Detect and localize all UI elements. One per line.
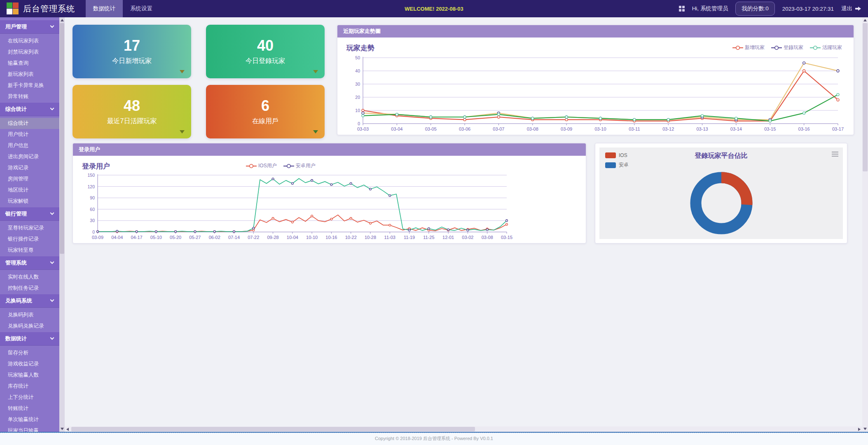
legend-item[interactable]: IOS用户: [246, 162, 277, 169]
legend-item[interactable]: 活躍玩家: [810, 44, 842, 51]
sidebar-item[interactable]: 控制任务记录: [0, 283, 59, 294]
sidebar-item[interactable]: 兑换码列表: [0, 309, 59, 321]
svg-text:03-13: 03-13: [697, 126, 708, 131]
sidebar-section-label: 兑换码系统: [5, 297, 32, 304]
sidebar-item[interactable]: 玩家当日输赢: [0, 425, 59, 432]
card-dropdown-caret-icon[interactable]: [180, 70, 185, 73]
vscroll-thumb[interactable]: [863, 23, 868, 171]
horizontal-scrollbar[interactable]: [65, 426, 862, 432]
sidebar-section-label: 银行管理: [5, 210, 27, 218]
login-legend: IOS用户安卓用户: [246, 162, 316, 169]
sidebar-item[interactable]: 玩家解锁: [0, 196, 59, 207]
card-dropdown-caret-icon[interactable]: [313, 130, 318, 134]
svg-text:09-28: 09-28: [267, 235, 279, 240]
vertical-scrollbar[interactable]: [862, 17, 868, 432]
stat-card: 40今日登錄玩家: [206, 25, 325, 78]
svg-text:0: 0: [358, 121, 360, 126]
copyright-text: Copyright © 2018-2019 后台管理系统 - Powered B…: [0, 433, 868, 444]
hscroll-thumb[interactable]: [71, 427, 475, 431]
sidebar-item[interactable]: 进出房间记录: [0, 151, 59, 162]
vscroll-down-icon[interactable]: [863, 428, 867, 430]
nav-item[interactable]: 系统设置: [123, 0, 160, 17]
sidebar-item[interactable]: 游戏记录: [0, 162, 59, 173]
vscroll-up-icon[interactable]: [863, 19, 867, 21]
sidebar-item[interactable]: 留存分析: [0, 347, 59, 358]
stat-card-value: 17: [124, 37, 140, 54]
platform-panel-body: IOS安卓 登錄玩家平台佔比: [599, 148, 843, 239]
hscroll-left-icon[interactable]: [66, 428, 69, 431]
sidebar-item[interactable]: 综合统计: [0, 118, 59, 129]
sidebar-item[interactable]: 转账统计: [0, 403, 59, 414]
login-chart-title: 登录用户: [82, 162, 579, 171]
svg-text:50: 50: [355, 55, 360, 60]
page-footer: Copyright © 2018-2019 后台管理系统 - Powered B…: [0, 432, 868, 445]
score-badge[interactable]: 我的分數:0: [735, 2, 774, 16]
svg-text:03-07: 03-07: [493, 126, 504, 131]
card-dropdown-caret-icon[interactable]: [313, 70, 318, 73]
svg-text:60: 60: [90, 207, 95, 212]
sidebar-section-header[interactable]: 管理系统: [0, 256, 59, 270]
legend-swatch-icon: [605, 162, 616, 168]
nav-item[interactable]: 数据统计: [86, 0, 123, 17]
sidebar-item[interactable]: 实时在线人数: [0, 272, 59, 283]
legend-marker-icon: [732, 45, 743, 50]
sidebar-item[interactable]: 在线玩家列表: [0, 35, 59, 47]
logout-button[interactable]: 退出: [841, 5, 861, 12]
stat-card-value: 48: [124, 98, 140, 114]
apps-grid-icon[interactable]: [679, 6, 685, 12]
svg-text:03-16: 03-16: [798, 126, 810, 131]
chevron-down-icon: [50, 23, 54, 28]
svg-text:10-28: 10-28: [365, 235, 376, 240]
sidebar-item[interactable]: 银行操作记录: [0, 234, 59, 245]
sidebar-scroll-up-icon[interactable]: [61, 19, 64, 21]
svg-text:30: 30: [90, 218, 95, 223]
svg-text:10-16: 10-16: [325, 235, 337, 240]
chevron-down-icon: [50, 106, 54, 110]
sidebar-item[interactable]: 房间管理: [0, 173, 59, 185]
legend-item[interactable]: 安卓: [605, 162, 629, 169]
sidebar-item[interactable]: 玩家转至尊: [0, 245, 59, 256]
sidebar-scrollbar[interactable]: [59, 17, 65, 432]
sidebar-item[interactable]: 封禁玩家列表: [0, 47, 59, 58]
legend-label: 安卓: [619, 162, 629, 169]
legend-item[interactable]: 登錄玩家: [771, 44, 803, 51]
data-view-icon[interactable]: [831, 151, 839, 157]
sidebar-item[interactable]: 用户统计: [0, 129, 59, 140]
sidebar-item[interactable]: 玩家输赢人数: [0, 370, 59, 381]
sidebar-item[interactable]: 异常转账: [0, 91, 59, 102]
svg-text:11-03: 11-03: [384, 235, 395, 240]
sidebar-scroll-down-icon[interactable]: [61, 428, 64, 430]
sidebar-item[interactable]: 兑换码兑换记录: [0, 321, 59, 332]
stat-card-value: 40: [257, 37, 274, 54]
top-bar: 后台管理系统 数据统计系统设置 WELCOME! 2022-08-03 Hi, …: [0, 0, 868, 17]
sidebar-scroll-thumb[interactable]: [60, 23, 64, 254]
sidebar-item[interactable]: 新手卡异常兑换: [0, 80, 59, 91]
sidebar-section-header[interactable]: 兑换码系统: [0, 294, 59, 308]
card-dropdown-caret-icon[interactable]: [180, 130, 185, 134]
sidebar-item[interactable]: 用户信息: [0, 140, 59, 151]
sidebar-section-header[interactable]: 用戶管理: [0, 20, 59, 34]
svg-text:03-12: 03-12: [662, 126, 674, 131]
legend-item[interactable]: 新增玩家: [732, 44, 765, 51]
legend-item[interactable]: 安卓用户: [283, 162, 316, 169]
stat-card: 6在線用戶: [206, 85, 325, 138]
svg-text:03-15: 03-15: [501, 235, 512, 240]
legend-label: 活躍玩家: [822, 44, 842, 51]
sidebar-section-header[interactable]: 综合统计: [0, 102, 59, 116]
svg-text:10-10: 10-10: [306, 235, 318, 240]
sidebar-item[interactable]: 上下分统计: [0, 392, 59, 403]
sidebar-item[interactable]: 至尊转玩家记录: [0, 222, 59, 234]
sidebar-item[interactable]: 游戏收益记录: [0, 358, 59, 370]
sidebar-item[interactable]: 单次输赢统计: [0, 414, 59, 425]
hscroll-right-icon[interactable]: [858, 428, 861, 431]
sidebar-item[interactable]: 新玩家列表: [0, 69, 59, 80]
sidebar-section-header[interactable]: 数据统计: [0, 332, 59, 346]
sidebar-item[interactable]: 输赢查询: [0, 58, 59, 69]
sidebar-item[interactable]: 地区统计: [0, 185, 59, 196]
svg-text:03-11: 03-11: [629, 126, 640, 131]
sidebar-item[interactable]: 库存统计: [0, 381, 59, 392]
svg-text:04-04: 04-04: [111, 235, 123, 240]
trend-panel-header: 近期玩家走勢圖: [337, 25, 854, 37]
svg-text:11-19: 11-19: [404, 235, 415, 240]
sidebar-section-header[interactable]: 银行管理: [0, 207, 59, 221]
